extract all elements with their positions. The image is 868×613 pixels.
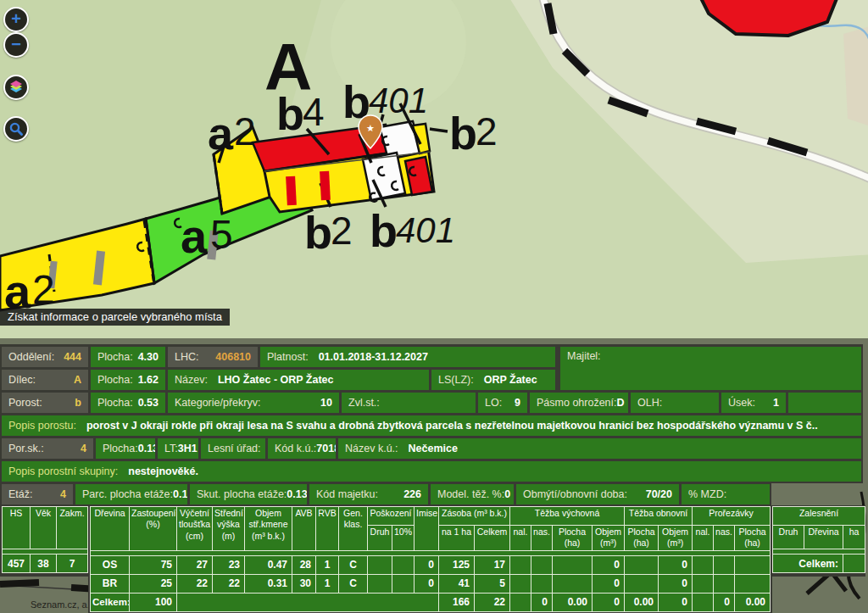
- field-label: LT:: [164, 443, 178, 454]
- field-etaz: Etáž:4: [2, 484, 73, 504]
- map-label: 4: [303, 90, 325, 134]
- col-header: Dřevina: [91, 507, 130, 551]
- table-cell: 27: [177, 555, 213, 574]
- field-oddeleni: Oddělení:444: [2, 347, 88, 367]
- field-value: 70/20: [646, 488, 672, 500]
- table-cell: 22: [177, 574, 213, 593]
- table-cell: [625, 574, 659, 593]
- table-cell: [735, 574, 771, 593]
- table-cell: 41: [439, 574, 475, 593]
- table-cell: 28: [292, 555, 316, 574]
- field-label: Kód majetku:: [316, 488, 378, 500]
- field-value: nestejnověké.: [128, 465, 198, 477]
- table-cell: 22: [475, 593, 510, 611]
- col-header: Druh: [773, 526, 804, 549]
- zoom-out-button[interactable]: −: [3, 32, 29, 58]
- table-cell: 0: [415, 574, 439, 593]
- field-value: 0.13: [287, 488, 307, 500]
- table-cell: [843, 554, 865, 573]
- field-value: 4.30: [138, 351, 159, 363]
- field-value: 1: [773, 397, 779, 409]
- col-header: Objem (m³): [659, 526, 693, 551]
- table-row-br: BR 25 22 22 0.31 30 1 C 0 41 5 0 0: [91, 574, 771, 593]
- table-cell: [531, 574, 553, 593]
- table-cell: [693, 574, 714, 593]
- table-cell: OS: [91, 555, 130, 574]
- panel-row-popis-skupiny: Popis porostní skupiny:nestejnověké.: [2, 461, 864, 482]
- col-group-header: Zalesnění: [773, 507, 865, 526]
- table-cell: 0.00: [553, 593, 593, 611]
- col-header: nal.: [693, 526, 714, 551]
- field-value: 0.13: [173, 488, 187, 500]
- field-mzd: % MZD:: [682, 484, 770, 504]
- table-row-total: Celkem:: [773, 554, 865, 573]
- field-plocha-porsk: Plocha:0.13: [96, 438, 155, 459]
- panel-row-etaz: Etáž:4 Parc. plocha etáže:0.13 Skut. plo…: [2, 484, 772, 504]
- zoom-in-button[interactable]: +: [3, 7, 29, 32]
- col-header: RVB: [316, 507, 339, 551]
- field-value: Nečemice: [409, 443, 458, 454]
- field-value: 444: [64, 351, 81, 363]
- field-label: Plocha:: [97, 351, 133, 363]
- field-lt: LT:3H1: [158, 438, 198, 459]
- field-value: 3H1: [178, 443, 198, 454]
- col-header: Objem (m³): [593, 526, 625, 551]
- panel-row-popis-porostu: Popis porostu:porost v J okraji rokle př…: [2, 415, 864, 436]
- field-value: 226: [403, 488, 421, 500]
- total-label: Celkem:: [773, 554, 843, 573]
- total-label: Celkem:: [91, 593, 130, 611]
- field-model-tez: Model. těž. %:0: [431, 484, 514, 504]
- field-porsk: Por.sk.:4: [2, 438, 93, 459]
- table-cell: C: [339, 574, 368, 593]
- map-tooltip: Získat informace o parcele vybraného mís…: [0, 309, 230, 326]
- field-lhc: LHC:406810: [168, 347, 258, 367]
- col-header: AVB: [292, 507, 316, 551]
- table-cell: [392, 555, 415, 574]
- app-window: Seznam.cz, a.s. A a 2 b 4 b 401 b 2 b 2 …: [0, 0, 868, 613]
- col-header: nas.: [714, 526, 735, 551]
- field-value: LHO Žatec - ORP Žatec: [218, 374, 334, 386]
- field-label: Kód k.ú.:: [275, 443, 316, 454]
- field-value: D: [617, 397, 625, 409]
- table-cell: [735, 555, 771, 574]
- field-label: Pásmo ohrožení:: [537, 397, 617, 409]
- panel-row-oddeleni: Oddělení:444 Plocha:4.30 LHC:406810 Plat…: [2, 347, 558, 367]
- layers-button[interactable]: [3, 75, 29, 100]
- field-dilec: Dílec:A: [2, 370, 88, 390]
- map-label: 2: [476, 109, 498, 153]
- table-cell: 100: [130, 593, 177, 611]
- table-cell: [510, 574, 531, 593]
- field-label: Kategorie/překryv:: [175, 397, 260, 409]
- field-pasmo: Pásmo ohrožení:D: [530, 393, 628, 413]
- field-zvlst: Zvl.st.:: [342, 393, 476, 413]
- map-label: 2: [234, 109, 256, 153]
- field-label: Plocha:: [97, 374, 133, 386]
- col-header: Plocha (ha): [625, 526, 659, 551]
- col-group-header: Prořezávky: [693, 507, 771, 526]
- table-cell: 25: [130, 574, 177, 593]
- field-label: Zvl.st.:: [348, 397, 380, 409]
- col-group-header: Zásoba (m³ b.k.): [439, 507, 510, 526]
- col-header: Věk: [31, 507, 57, 549]
- table-cell: [625, 555, 659, 574]
- field-plocha-oddeleni: Plocha:4.30: [91, 347, 165, 367]
- col-header: nas.: [531, 526, 553, 551]
- table-cell: 1: [316, 555, 339, 574]
- table-cell: 5: [475, 574, 510, 593]
- map-label: a: [181, 209, 208, 263]
- field-plocha-dilec: Plocha:1.62: [91, 370, 165, 390]
- table-cell: [510, 555, 531, 574]
- table-cell: 0: [659, 574, 693, 593]
- col-header: Dřevina: [804, 526, 843, 549]
- field-label: Název k.ú.:: [345, 443, 398, 454]
- stand-summary-table: HS Věk Zakm. 457 38 7: [2, 506, 88, 573]
- col-header: Zakm.: [57, 507, 88, 549]
- col-header: Plocha (ha): [553, 526, 593, 551]
- field-label: Parc. plocha etáže:: [82, 488, 173, 500]
- table-cell: 17: [475, 555, 510, 574]
- field-plocha-porost: Plocha:0.53: [91, 393, 165, 413]
- table-cell: 166: [439, 593, 475, 611]
- table-cell: [714, 555, 735, 574]
- search-button[interactable]: [3, 116, 29, 142]
- field-olh: OLH:: [631, 393, 719, 413]
